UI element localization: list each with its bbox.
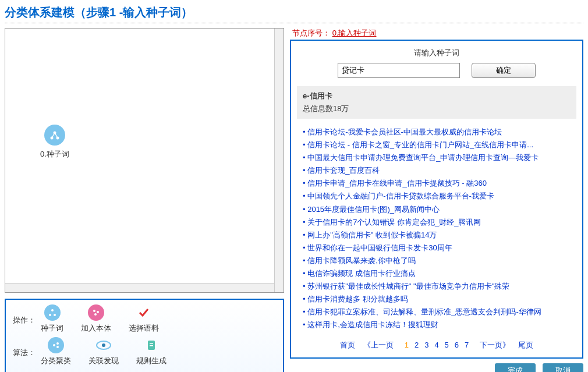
result-link[interactable]: 2015年度最佳信用卡(图)_网易新闻中心	[303, 203, 571, 216]
svg-point-6	[49, 314, 51, 316]
result-link[interactable]: 关于信用卡的7个认知错误 你肯定会犯_财经_腾讯网	[303, 216, 571, 229]
pager-page[interactable]: 1	[405, 341, 409, 349]
result-link[interactable]: 这样用卡,会造成信用卡冻结！搜狐理财	[303, 318, 571, 331]
pager-page[interactable]: 6	[455, 341, 459, 349]
pager-last[interactable]: 尾页	[518, 341, 533, 349]
result-link[interactable]: 信用卡犯罪立案标准、司法解释、量刑标准_恶意透支会判刑吗-华律网	[303, 306, 571, 318]
result-summary: e-信用卡 总信息数18万	[297, 86, 576, 119]
result-link[interactable]: 信用卡套现_百度百科	[303, 164, 571, 177]
svg-rect-17	[150, 343, 153, 344]
svg-line-4	[55, 133, 58, 138]
node-label: 0.种子词	[40, 149, 69, 160]
svg-point-10	[94, 313, 97, 316]
confirm-button[interactable]: 确定	[472, 63, 536, 78]
tree-node-root[interactable]: 0.种子词	[40, 125, 69, 160]
svg-point-5	[51, 309, 54, 311]
result-link[interactable]: 网上办"高额信用卡" 收到假卡被骗14万	[303, 229, 571, 242]
result-link[interactable]: 苏州银行获"最佳成长性城商行" "最佳市场竞争力信用卡"殊荣	[303, 280, 571, 293]
cancel-button[interactable]: 取消	[543, 363, 583, 373]
result-link[interactable]: 信用卡论坛 - 信用卡之窗_专业的信用卡门户网站_在线信用卡申请...	[303, 139, 571, 151]
svg-point-11	[53, 344, 55, 346]
check-icon	[136, 304, 152, 321]
algo-rule[interactable]: 规则生成	[136, 337, 167, 366]
pager-page[interactable]: 3	[424, 341, 428, 349]
horizontal-scrollbar[interactable]	[5, 283, 274, 292]
svg-point-9	[97, 311, 99, 313]
algo-label: 算法：	[13, 337, 41, 358]
op-seed-word[interactable]: 种子词	[41, 304, 63, 334]
node-icon	[44, 125, 65, 146]
pager-page[interactable]: 7	[465, 341, 469, 349]
result-link[interactable]: 中国最大信用卡申请办理免费查询平台_申请办理信用卡查询—我爱卡	[303, 151, 571, 164]
svg-point-8	[93, 310, 95, 312]
pagination: 首页 《上一页 1234567 下一页》 尾页	[299, 336, 574, 352]
svg-point-12	[56, 342, 59, 345]
result-links-list: 信用卡论坛-我爱卡会员社区-中国最大最权威的信用卡论坛信用卡论坛 - 信用卡之窗…	[299, 123, 574, 336]
pager-first[interactable]: 首页	[340, 341, 355, 349]
seed-input[interactable]	[338, 63, 460, 78]
op-select-corpus[interactable]: 选择语料	[129, 304, 159, 334]
rule-icon	[143, 337, 160, 353]
seed-input-panel: 请输入种子词 确定 e-信用卡 总信息数18万 信用卡论坛-我爱卡会员社区-中国…	[290, 40, 583, 359]
result-link[interactable]: 信用卡降额风暴来袭,你中枪了吗	[303, 254, 571, 267]
svg-point-7	[54, 314, 56, 316]
algo-discover[interactable]: 关联发现	[88, 337, 119, 366]
node-header: 节点序号： 0.输入种子词	[290, 28, 583, 40]
pager-prev[interactable]: 《上一页	[363, 341, 394, 349]
result-link[interactable]: 信用卡论坛-我爱卡会员社区-中国最大最权威的信用卡论坛	[303, 126, 571, 139]
pager-page[interactable]: 4	[434, 341, 438, 349]
result-link[interactable]: 信用卡消费越多 积分就越多吗	[303, 293, 571, 306]
tree-canvas[interactable]: 0.种子词	[5, 28, 284, 293]
operations-panel: 操作： 种子词 加入本体 选择语料 算	[5, 299, 284, 372]
svg-point-15	[102, 343, 105, 347]
pager-next[interactable]: 下一页》	[480, 341, 510, 349]
result-link[interactable]: 电信诈骗频现 成信用卡行业痛点	[303, 267, 571, 280]
svg-point-13	[56, 346, 59, 348]
add-icon	[88, 304, 104, 321]
result-link[interactable]: 中国领先个人金融门户-信用卡贷款综合服务平台-我爱卡	[303, 190, 571, 203]
result-link[interactable]: 信用卡申请_信用卡在线申请_信用卡提额技巧 - 融360	[303, 177, 571, 190]
pager-page[interactable]: 5	[445, 341, 449, 349]
page-title: 分类体系建模（步骤1 -输入种子词）	[5, 5, 583, 23]
op-add-ontology[interactable]: 加入本体	[81, 304, 111, 334]
eye-icon	[95, 337, 112, 353]
vertical-scrollbar[interactable]	[274, 29, 284, 292]
ops-label: 操作：	[13, 304, 41, 325]
svg-line-3	[52, 133, 55, 138]
cluster-icon	[48, 337, 64, 353]
seed-icon	[44, 304, 61, 321]
pager-page[interactable]: 2	[415, 341, 419, 349]
finish-button[interactable]: 完成	[495, 363, 536, 373]
algo-cluster[interactable]: 分类聚类	[41, 337, 71, 366]
input-label: 请输入种子词	[299, 48, 574, 58]
result-link[interactable]: 世界和你在一起中国银行信用卡发卡30周年	[303, 242, 571, 254]
svg-rect-18	[150, 345, 153, 346]
